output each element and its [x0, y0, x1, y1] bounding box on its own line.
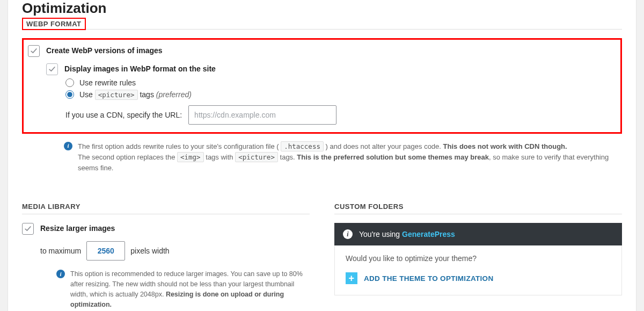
plus-icon: + [346, 272, 357, 284]
webp-info-block: i The first option adds rewrite rules to… [64, 141, 622, 173]
info-icon: i [64, 142, 72, 150]
resize-images-checkbox[interactable] [22, 223, 34, 235]
info-icon: i [56, 270, 65, 278]
custom-folders-section-label: CUSTOM FOLDERS [334, 202, 622, 211]
add-theme-button[interactable]: + ADD THE THEME TO OPTIMIZATION [346, 272, 493, 284]
display-webp-checkbox[interactable] [46, 63, 58, 75]
picture-tags-radio-row[interactable]: Use <picture> tags (preferred) [65, 90, 616, 99]
optimize-theme-question: Would you like to optimize your theme? [346, 254, 611, 263]
webp-highlight-box: Create WebP versions of images Display i… [22, 38, 622, 134]
create-webp-checkbox[interactable] [28, 45, 40, 57]
create-webp-label: Create WebP versions of images [46, 45, 163, 55]
webp-section-label: WEBP FORMAT [22, 18, 86, 30]
max-width-input[interactable] [86, 241, 125, 261]
to-maximum-label: to maximum [40, 247, 81, 255]
picture-tags-radio[interactable] [65, 90, 74, 99]
theme-link[interactable]: GeneratePress [402, 230, 455, 238]
info-icon: i [343, 229, 353, 239]
media-library-section-label: MEDIA LIBRARY [22, 202, 310, 211]
resize-images-label: Resize larger images [40, 223, 115, 233]
media-info-block: i This option is recommended to reduce l… [56, 269, 309, 309]
cdn-url-label: If you use a CDN, specify the URL: [65, 111, 182, 119]
cdn-url-input[interactable] [188, 105, 336, 125]
rewrite-rules-radio[interactable] [65, 78, 74, 87]
rewrite-rules-label: Use rewrite rules [79, 78, 136, 87]
display-webp-label: Display images in WebP format on the sit… [64, 63, 216, 73]
picture-tags-label: Use <picture> tags (preferred) [79, 90, 192, 99]
pixels-width-label: pixels width [130, 247, 169, 255]
rewrite-rules-radio-row[interactable]: Use rewrite rules [65, 78, 616, 87]
theme-banner: i You're using GeneratePress [334, 223, 622, 245]
page-title: Optimization [22, 0, 622, 17]
